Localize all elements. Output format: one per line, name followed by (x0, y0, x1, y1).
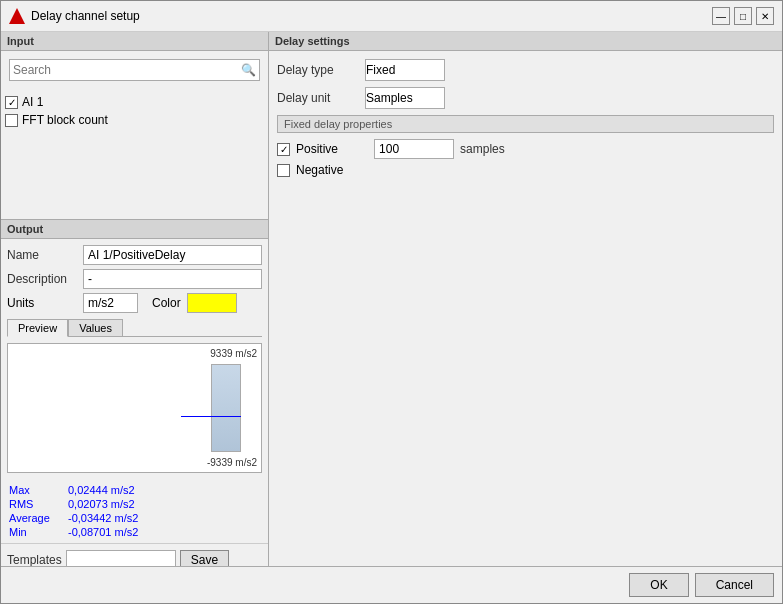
fft-checkbox[interactable] (5, 114, 18, 127)
positive-row: Positive samples (277, 139, 774, 159)
units-input[interactable] (83, 293, 138, 313)
negative-checkbox[interactable] (277, 164, 290, 177)
units-row: Units Color (7, 293, 262, 313)
tabs: Preview Values (7, 319, 262, 337)
close-button[interactable]: ✕ (756, 7, 774, 25)
stat-max: Max 0,02444 m/s2 (9, 483, 260, 497)
bottom-bar: OK Cancel (1, 566, 782, 603)
delay-settings-header: Delay settings (269, 32, 782, 51)
delay-type-row: Delay type Fixed Variable (277, 59, 774, 81)
delay-type-select[interactable]: Fixed Variable (365, 59, 445, 81)
fft-label: FFT block count (22, 113, 108, 127)
description-label: Description (7, 272, 77, 286)
search-input[interactable] (13, 63, 241, 77)
delay-unit-text: samples (460, 142, 505, 156)
color-label: Color (152, 296, 181, 310)
output-section: Output Name Description Units Color (1, 220, 268, 566)
search-box: 🔍 (9, 59, 260, 81)
main-window: Delay channel setup — □ ✕ Input 🔍 (0, 0, 783, 604)
templates-row: Templates Save (1, 543, 268, 566)
stat-average: Average -0,03442 m/s2 (9, 511, 260, 525)
stat-max-value: 0,02444 m/s2 (68, 484, 135, 496)
stat-rms-label: RMS (9, 498, 64, 510)
stat-rms-value: 0,02073 m/s2 (68, 498, 135, 510)
stat-rms: RMS 0,02073 m/s2 (9, 497, 260, 511)
chart-line (181, 416, 241, 417)
positive-label: Positive (296, 142, 338, 156)
stat-avg-value: -0,03442 m/s2 (68, 512, 138, 524)
delay-value-input[interactable] (374, 139, 454, 159)
templates-label: Templates (7, 553, 62, 566)
cancel-button[interactable]: Cancel (695, 573, 774, 597)
minimize-button[interactable]: — (712, 7, 730, 25)
name-label: Name (7, 248, 77, 262)
stat-min-value: -0,08701 m/s2 (68, 526, 138, 538)
negative-label: Negative (296, 163, 343, 177)
ai1-label: AI 1 (22, 95, 43, 109)
fixed-delay-section: Fixed delay properties Positive samples … (277, 115, 774, 177)
title-bar-left: Delay channel setup (9, 8, 140, 24)
maximize-button[interactable]: □ (734, 7, 752, 25)
delay-unit-row: Delay unit Samples Seconds (277, 87, 774, 109)
chart-bar (211, 364, 241, 452)
delay-type-label: Delay type (277, 63, 357, 77)
stat-avg-label: Average (9, 512, 64, 524)
main-content: Input 🔍 AI 1 FFT block count (1, 32, 782, 566)
min-value-label: -9339 m/s2 (207, 457, 257, 468)
output-fields: Name Description Units Color (1, 239, 268, 319)
color-swatch[interactable] (187, 293, 237, 313)
units-label: Units (7, 296, 77, 310)
window-title: Delay channel setup (31, 9, 140, 23)
output-section-header: Output (1, 220, 268, 239)
description-row: Description (7, 269, 262, 289)
fixed-delay-header: Fixed delay properties (277, 115, 774, 133)
input-section: Input 🔍 AI 1 FFT block count (1, 32, 268, 220)
list-item[interactable]: FFT block count (5, 111, 264, 129)
templates-select[interactable] (66, 550, 176, 566)
negative-row: Negative (277, 163, 774, 177)
max-value-label: 9339 m/s2 (210, 348, 257, 359)
title-bar: Delay channel setup — □ ✕ (1, 1, 782, 32)
ai1-checkbox[interactable] (5, 96, 18, 109)
positive-checkbox[interactable] (277, 143, 290, 156)
stat-min-label: Min (9, 526, 64, 538)
delay-unit-select[interactable]: Samples Seconds (365, 87, 445, 109)
delay-settings: Delay type Fixed Variable Delay unit Sam… (269, 51, 782, 189)
search-icon: 🔍 (241, 63, 256, 77)
preview-area: 9339 m/s2 -9339 m/s2 (7, 343, 262, 473)
right-panel: Delay settings Delay type Fixed Variable… (269, 32, 782, 566)
tab-preview[interactable]: Preview (7, 319, 68, 337)
left-panel: Input 🔍 AI 1 FFT block count (1, 32, 269, 566)
stat-min: Min -0,08701 m/s2 (9, 525, 260, 539)
list-item[interactable]: AI 1 (5, 93, 264, 111)
title-controls: — □ ✕ (712, 7, 774, 25)
save-button[interactable]: Save (180, 550, 229, 566)
tab-values[interactable]: Values (68, 319, 123, 336)
description-input[interactable] (83, 269, 262, 289)
input-list: AI 1 FFT block count (1, 89, 268, 219)
name-input[interactable] (83, 245, 262, 265)
ok-button[interactable]: OK (629, 573, 688, 597)
stat-max-label: Max (9, 484, 64, 496)
stats-area: Max 0,02444 m/s2 RMS 0,02073 m/s2 Averag… (1, 479, 268, 543)
delta-icon (9, 8, 25, 24)
input-section-header: Input (1, 32, 268, 51)
delay-unit-label: Delay unit (277, 91, 357, 105)
name-row: Name (7, 245, 262, 265)
